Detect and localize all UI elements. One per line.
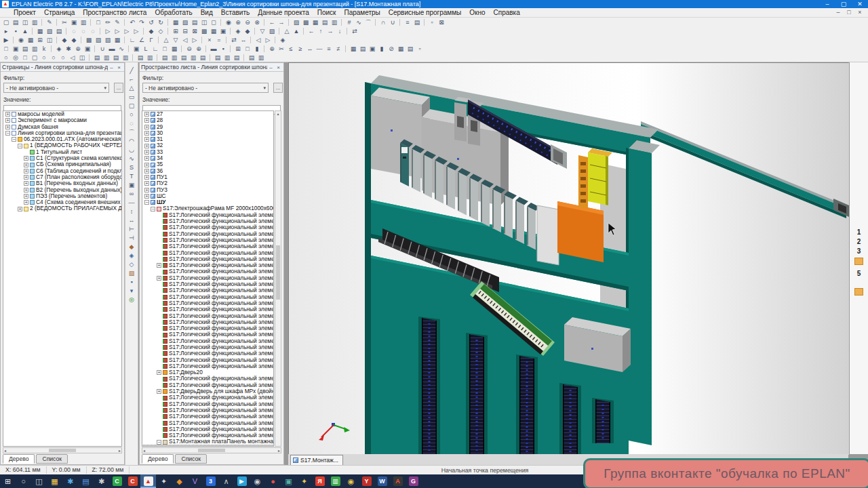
toolbar-icon[interactable]: ▲: [20, 27, 30, 35]
graphics-tool-icon[interactable]: △: [125, 84, 138, 93]
toolbar-icon[interactable]: ▨: [94, 36, 103, 44]
word-icon[interactable]: W: [374, 474, 390, 488]
tree-expander-icon[interactable]: +: [24, 169, 28, 174]
tree-item[interactable]: +макросы моделей: [3, 111, 121, 117]
toolbar-icon[interactable]: △: [282, 27, 292, 35]
tree-item[interactable]: −Линия сортировки шпона-для презентаций: [3, 130, 121, 136]
sheet-hscrollbar[interactable]: ◂▸: [142, 447, 281, 453]
tree-expander-icon[interactable]: +: [5, 118, 10, 123]
graphics-tool-icon[interactable]: ╱: [125, 66, 138, 75]
toolbar-icon[interactable]: L: [141, 45, 151, 53]
tree-item[interactable]: S17:Логический функциональный элемент17: [142, 357, 273, 363]
search-icon[interactable]: ○: [16, 474, 31, 488]
toolbar-icon[interactable]: ▤: [320, 18, 330, 26]
graphics-tool-icon[interactable]: ◎: [125, 296, 138, 304]
menu-item-8[interactable]: Параметры: [340, 8, 384, 18]
toolbar-icon[interactable]: ◈: [54, 45, 64, 53]
toolbar-icon[interactable]: ▮: [252, 45, 262, 53]
tree-expander-icon[interactable]: +: [24, 194, 28, 199]
toolbar-icon[interactable]: ▩: [84, 36, 94, 44]
three-app-icon[interactable]: 3: [203, 474, 218, 488]
toolbar-icon[interactable]: ⊠: [437, 18, 446, 26]
tree-item[interactable]: +33: [142, 149, 273, 155]
visual-studio-icon[interactable]: V: [187, 474, 203, 488]
panel-minimize-icon[interactable]: –: [267, 64, 275, 70]
graphics-tool-icon[interactable]: ◈: [125, 251, 138, 260]
drawing-viewport[interactable]: [288, 62, 848, 454]
tree-item[interactable]: +S17:Логический функциональный элемент2: [142, 262, 273, 268]
tree-item[interactable]: +2 (ВЕДОМОСТЬ ПРИЛАГАЕМЫХ ДОКУМЕНТОВ: [3, 205, 121, 211]
toolbar-icon[interactable]: →: [277, 18, 286, 26]
toolbar-icon[interactable]: ⊕: [233, 18, 243, 26]
tree-item[interactable]: +S17:Дверь20: [142, 369, 273, 375]
tree-item[interactable]: S17:Логический функциональный элемент24: [142, 426, 273, 432]
graphics-tool-icon[interactable]: S: [125, 163, 138, 172]
toolbar-icon[interactable]: ▤: [190, 18, 199, 26]
toolbar-icon[interactable]: ▣: [132, 45, 141, 53]
yandex-browser-icon[interactable]: Y: [359, 474, 374, 488]
page-number[interactable]: 2: [850, 237, 868, 247]
minimize-button[interactable]: –: [819, 0, 835, 8]
filter-dropdown[interactable]: - Не активировано - ▾: [3, 83, 109, 93]
toolbar-icon[interactable]: ◆: [60, 36, 69, 44]
toolbar-icon[interactable]: ▧: [267, 27, 277, 35]
tree-item[interactable]: +В2 (Перечень выходных данных): [3, 187, 121, 193]
sheet-vscrollbar[interactable]: ▴: [275, 110, 281, 447]
toolbar-icon[interactable]: ⊕: [267, 45, 277, 53]
tree-item[interactable]: S17:Логический функциональный элемент23: [142, 407, 273, 413]
tree-item[interactable]: 1 Титульный лист: [3, 149, 121, 155]
toolbar-icon[interactable]: ∠: [137, 36, 146, 44]
toolbar-icon[interactable]: ◉: [16, 36, 26, 44]
toolbar-icon[interactable]: ◫: [199, 18, 209, 26]
tree-expander-icon[interactable]: +: [24, 163, 28, 167]
filter-browse-button[interactable]: ...: [273, 83, 283, 93]
tree-expander-icon[interactable]: +: [5, 125, 10, 129]
explorer-icon[interactable]: ▦: [47, 474, 62, 488]
tree-item[interactable]: +ПЭ3 (Перечень элементов): [3, 193, 121, 199]
tree-item[interactable]: S17:Логический функциональный элемент10: [142, 325, 273, 331]
tree-item[interactable]: +Думская башня: [3, 124, 121, 130]
tab-tree[interactable]: Дерево: [142, 454, 174, 464]
toolbar-icon[interactable]: ○: [49, 54, 58, 62]
toolbar-icon[interactable]: ↔: [239, 36, 248, 44]
graphics-tool-icon[interactable]: ▭: [125, 93, 138, 102]
toolbar-icon[interactable]: ∪: [388, 18, 397, 26]
task-view-icon[interactable]: ◫: [31, 474, 47, 488]
tree-expander-icon[interactable]: −: [151, 207, 155, 211]
toolbar-icon[interactable]: ▫: [427, 18, 437, 26]
tree-item[interactable]: S17:Логический функциональный элемент3: [142, 281, 273, 287]
tree-item[interactable]: +30: [142, 130, 273, 136]
toolbar-icon[interactable]: ▲: [292, 27, 301, 35]
tree-expander-icon[interactable]: +: [144, 137, 149, 142]
toolbar-icon[interactable]: ▬: [107, 45, 117, 53]
toolbar-icon[interactable]: ↓: [335, 27, 344, 35]
toolbar-icon[interactable]: ∪: [98, 45, 107, 53]
tree-item[interactable]: +27: [142, 111, 273, 117]
tree-expander-icon[interactable]: +: [144, 181, 149, 186]
tree-item[interactable]: S17:Логический функциональный элемент18: [142, 363, 273, 369]
toolbar-icon[interactable]: ▤: [92, 54, 102, 62]
mdi-minimize-button[interactable]: –: [833, 8, 844, 17]
toolbar-icon[interactable]: ⊗: [252, 18, 262, 26]
toolbar-icon[interactable]: Γ: [146, 36, 156, 44]
menu-item-3[interactable]: Обработать: [151, 8, 196, 18]
graphics-tool-icon[interactable]: ↔: [125, 216, 138, 225]
tree-expander-icon[interactable]: +: [144, 125, 149, 129]
toolbar-icon[interactable]: ↻: [156, 18, 165, 26]
toolbar-icon[interactable]: ▥: [330, 18, 339, 26]
graphics-tool-icon[interactable]: ▢: [125, 102, 138, 110]
tree-item[interactable]: +34: [142, 155, 273, 161]
key-app-icon[interactable]: ✦: [296, 474, 312, 488]
toolbar-icon[interactable]: ▤: [54, 27, 64, 35]
graphics-tool-icon[interactable]: ○: [125, 110, 138, 119]
toolbar-icon[interactable]: ▥: [256, 54, 266, 62]
graphics-tool-icon[interactable]: ◌: [125, 119, 138, 128]
toolbar-icon[interactable]: ⊞: [233, 45, 243, 53]
tree-item[interactable]: S17:Логический функциональный элемент15: [142, 344, 273, 350]
toolbar-icon[interactable]: ▣: [218, 27, 228, 35]
teal-app-icon[interactable]: ▣: [281, 474, 296, 488]
toolbar-icon[interactable]: ◁: [254, 36, 263, 44]
tab-list[interactable]: Список: [175, 454, 207, 464]
tree-item[interactable]: S17:Логический функциональный элемент29: [142, 243, 273, 249]
toolbar-icon[interactable]: ▥: [170, 54, 179, 62]
